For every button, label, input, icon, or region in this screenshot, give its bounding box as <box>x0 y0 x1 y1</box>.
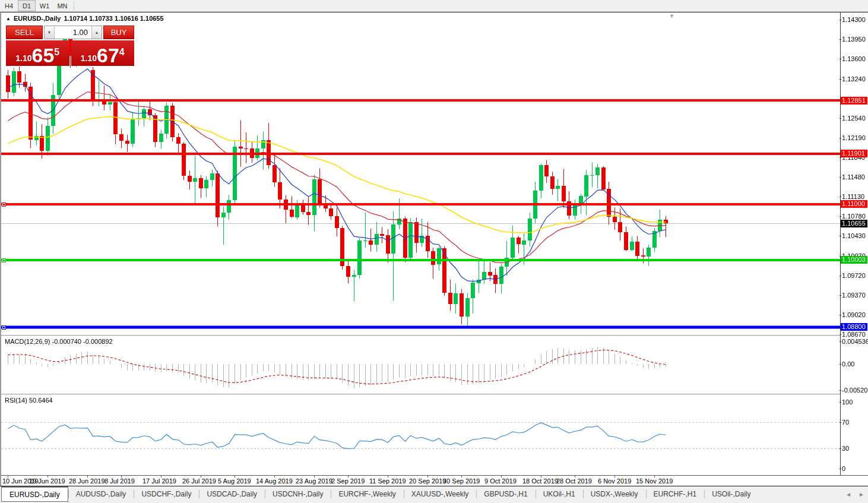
level-price-badge: 1.10003 <box>841 256 867 264</box>
buy-button[interactable]: BUY <box>103 26 134 39</box>
rsi-canvas[interactable] <box>1 395 840 475</box>
sell-price-display[interactable]: 1.10655 <box>6 40 69 66</box>
rsi-axis-tick: 30 <box>842 445 849 453</box>
chart-tab-usoil-daily[interactable]: USOil-,Daily <box>704 486 758 502</box>
date-label: 5 Aug 2019 <box>218 477 251 485</box>
date-label: 19 Jun 2019 <box>29 477 65 485</box>
chart-tab-audusd-daily[interactable]: AUDUSD-,Daily <box>68 486 134 502</box>
price-axis-tick: 1.11480 <box>842 173 865 181</box>
level-price-badge: 1.11901 <box>841 150 867 157</box>
chart-tab-eurusd-daily[interactable]: EURUSD-,Daily <box>1 486 68 502</box>
price-axis-tick: 1.10430 <box>842 232 866 240</box>
date-label: 9 Oct 2019 <box>484 477 517 485</box>
level-price-badge: 1.12851 <box>841 97 867 105</box>
date-label: 20 Sep 2019 <box>409 477 446 485</box>
date-label: 6 Nov 2019 <box>598 477 631 485</box>
macd-canvas[interactable] <box>1 336 840 394</box>
symbol-title: EURUSD-,Daily <box>14 15 61 22</box>
rsi-axis-tick: 100 <box>842 398 853 406</box>
chart-body: ▲ EURUSD-,Daily 1.10714 1.10733 1.10616 … <box>1 12 868 475</box>
buy-price-base: 1.10 <box>81 52 97 64</box>
chart-tab-gbpusd-h1[interactable]: GBPUSD-,H1 <box>476 486 535 502</box>
level-price-badge: 1.08800 <box>841 323 867 331</box>
tab-scroll-right-button[interactable]: ► <box>859 491 864 498</box>
sell-price-big: 65 <box>32 46 55 64</box>
tab-scroll-controls: ◄ ► <box>845 486 864 502</box>
timeframe-button-d1[interactable]: D1 <box>18 0 36 11</box>
date-axis[interactable]: 10 Jun 201919 Jun 201928 Jun 20198 Jul 2… <box>1 475 868 486</box>
chart-tab-usdx-weekly[interactable]: USDX-,Weekly <box>583 486 646 502</box>
sell-button[interactable]: SELL <box>6 26 43 39</box>
chart-tab-usdchf-daily[interactable]: USDCHF-,Daily <box>134 486 199 502</box>
date-label: 11 Sep 2019 <box>369 477 406 485</box>
buy-price-display[interactable]: 1.10674 <box>71 40 135 66</box>
buy-price-sup: 4 <box>119 40 125 64</box>
chart-shift-marker-icon[interactable]: ▼ <box>669 13 674 19</box>
ohlc-values: 1.10714 1.10733 1.10616 1.10655 <box>64 15 163 22</box>
date-label: 15 Nov 2019 <box>636 477 673 485</box>
price-axis-tick: 1.12540 <box>842 115 866 122</box>
chart-tab-usdcnh-daily[interactable]: USDCNH-,Daily <box>265 486 331 502</box>
macd-axis-tick: 0.004536 <box>842 338 868 346</box>
rsi-axis-tick: 70 <box>842 419 849 426</box>
price-axis-tick: 1.13600 <box>842 55 866 63</box>
chart-tab-bar: EURUSD-,Daily AUDUSD-,Daily USDCHF-,Dail… <box>0 486 868 502</box>
chart-window: ▲ EURUSD-,Daily 1.10714 1.10733 1.10616 … <box>0 12 868 486</box>
volume-stepper: ▼ 1.00 ▲ <box>44 26 102 39</box>
price-axis-tick: 1.12190 <box>842 134 866 142</box>
price-axis-tick: 1.13950 <box>842 36 866 43</box>
price-axis-tick: 1.09720 <box>842 272 866 280</box>
chart-tab-eurchf-weekly[interactable]: EURCHF-,Weekly <box>331 486 403 502</box>
trade-widget: SELL ▼ 1.00 ▲ BUY 1.10655 1.106 <box>6 26 134 66</box>
rsi-pane: RSI(14) 50.6464 <box>1 395 868 475</box>
level-price-badge: 1.11000 <box>841 200 867 208</box>
date-label: 17 Jul 2019 <box>142 477 176 485</box>
rsi-label: RSI(14) 50.6464 <box>5 397 53 404</box>
date-label: 18 Oct 2019 <box>522 477 558 485</box>
macd-label: MACD(12,26,9) -0.000740 -0.000892 <box>5 338 113 345</box>
macd-pane: MACD(12,26,9) -0.000740 -0.000892 <box>1 336 868 394</box>
chart-tab-eurchf-h1[interactable]: EURCHF-,H1 <box>646 486 705 502</box>
macd-axis-tick: 0.00 <box>842 360 854 368</box>
price-pane: ▲ EURUSD-,Daily 1.10714 1.10733 1.10616 … <box>1 12 868 335</box>
rsi-axis-tick: 0 <box>842 465 845 473</box>
macd-axis-tick: -0.005205 <box>842 387 868 394</box>
volume-increase-button[interactable]: ▲ <box>91 26 102 39</box>
tab-scroll-left-button[interactable]: ◄ <box>845 491 851 498</box>
date-label: 8 Jul 2019 <box>104 477 135 485</box>
collapse-arrow-icon[interactable]: ▲ <box>6 16 11 21</box>
chart-tab-ukoil-h1[interactable]: UKOil-,H1 <box>536 486 583 502</box>
timeframe-button-mn[interactable]: MN <box>53 0 71 11</box>
trading-terminal: H4 D1 W1 MN ▲ EURUSD-,Daily 1.10714 1.10… <box>0 0 868 503</box>
date-label: 14 Aug 2019 <box>256 477 293 485</box>
timeframe-button-w1[interactable]: W1 <box>36 0 53 11</box>
date-label: 28 Oct 2019 <box>556 477 592 485</box>
chart-tab-xauusd-weekly[interactable]: XAUUSD-,Weekly <box>404 486 476 502</box>
sell-price-sup: 5 <box>54 40 59 64</box>
volume-decrease-button[interactable]: ▼ <box>45 26 55 39</box>
toolbar-separator <box>74 1 74 10</box>
date-label: 30 Sep 2019 <box>443 477 480 485</box>
timeframe-button-h4[interactable]: H4 <box>0 0 18 11</box>
current-price-badge: 1.10655 <box>841 220 867 227</box>
price-axis[interactable]: 1.143001.139501.136001.132401.125401.121… <box>840 12 868 475</box>
chart-header: ▲ EURUSD-,Daily 1.10714 1.10733 1.10616 … <box>6 15 164 22</box>
date-label: 26 Jul 2019 <box>182 477 216 485</box>
volume-input[interactable]: 1.00 <box>55 26 91 39</box>
buy-price-big: 67 <box>97 46 119 64</box>
sell-price-base: 1.10 <box>15 52 31 64</box>
price-axis-tick: 1.09020 <box>842 311 866 319</box>
price-axis-tick: 1.14300 <box>842 16 866 24</box>
price-axis-tick: 1.13240 <box>842 75 866 83</box>
price-axis-tick: 1.09370 <box>842 292 866 299</box>
date-label: 23 Aug 2019 <box>296 477 332 485</box>
date-label: 28 Jun 2019 <box>69 477 105 485</box>
chart-tab-usdcad-daily[interactable]: USDCAD-,Daily <box>199 486 265 502</box>
date-label: 2 Sep 2019 <box>331 477 365 485</box>
timeframe-toolbar: H4 D1 W1 MN <box>0 0 868 12</box>
